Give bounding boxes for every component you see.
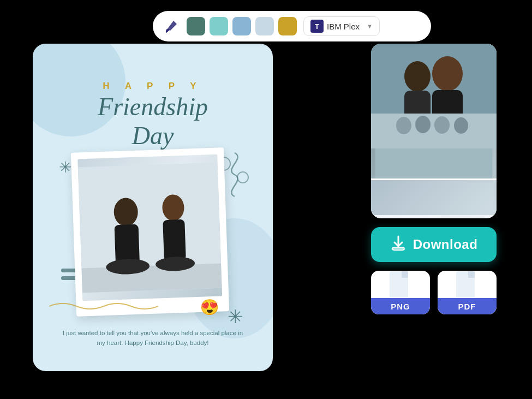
- polaroid-photo: [77, 154, 222, 301]
- greeting-card: ✳ ✳ ♥ H A P P Y Friendship Day: [33, 44, 273, 371]
- card-happy-label: H A P P Y: [33, 81, 273, 92]
- svg-rect-17: [371, 114, 497, 148]
- svg-point-19: [415, 116, 431, 133]
- card-title-line1: Friendship: [98, 93, 208, 121]
- swatch-blue[interactable]: [232, 17, 251, 35]
- pdf-file-icon-container: [438, 271, 497, 298]
- svg-point-2: [237, 172, 248, 183]
- font-t-icon: T: [310, 20, 324, 33]
- svg-rect-23: [402, 271, 408, 278]
- svg-rect-25: [468, 271, 475, 278]
- toolbar: T IBM Plex ▼: [153, 11, 431, 41]
- svg-point-18: [396, 117, 411, 134]
- download-button[interactable]: Download: [371, 227, 497, 262]
- color-swatches: [187, 17, 297, 35]
- format-buttons: PNG PDF: [371, 271, 513, 314]
- card-title-line2: Day: [132, 122, 174, 150]
- photo-strip: [371, 44, 497, 218]
- download-label: Download: [413, 237, 478, 252]
- polaroid-frame: 😍: [71, 147, 229, 317]
- download-icon: [390, 235, 407, 255]
- pdf-badge: PDF: [438, 298, 497, 314]
- png-format-card[interactable]: PNG: [371, 271, 430, 314]
- png-badge: PNG: [371, 298, 430, 314]
- svg-rect-9: [163, 219, 186, 261]
- font-name-label: IBM Plex: [327, 22, 360, 31]
- paint-bucket-icon[interactable]: [163, 17, 180, 35]
- swatch-light-blue[interactable]: [255, 17, 274, 35]
- strip-bottom-photo: [371, 180, 497, 215]
- chevron-down-icon: ▼: [367, 23, 373, 29]
- right-panel: Download PNG: [371, 44, 513, 314]
- dash-decorations: [61, 269, 76, 284]
- swatch-dark-green[interactable]: [187, 17, 205, 35]
- svg-point-20: [434, 116, 450, 134]
- polaroid-emoji: 😍: [200, 298, 219, 317]
- swatch-teal[interactable]: [210, 17, 228, 35]
- svg-rect-4: [81, 263, 222, 293]
- swatch-gold[interactable]: [278, 17, 297, 35]
- card-subtitle: I just wanted to tell you that you've al…: [33, 329, 273, 348]
- png-file-icon-container: [371, 271, 430, 298]
- asterisk-decoration-left: ✳: [59, 158, 71, 176]
- pdf-format-card[interactable]: PDF: [438, 271, 497, 314]
- svg-point-21: [454, 117, 468, 134]
- card-title: Friendship Day: [33, 93, 273, 151]
- wave-decoration: [49, 298, 158, 317]
- font-selector[interactable]: T IBM Plex ▼: [303, 16, 380, 36]
- asterisk-decoration-right: ✳: [228, 306, 243, 327]
